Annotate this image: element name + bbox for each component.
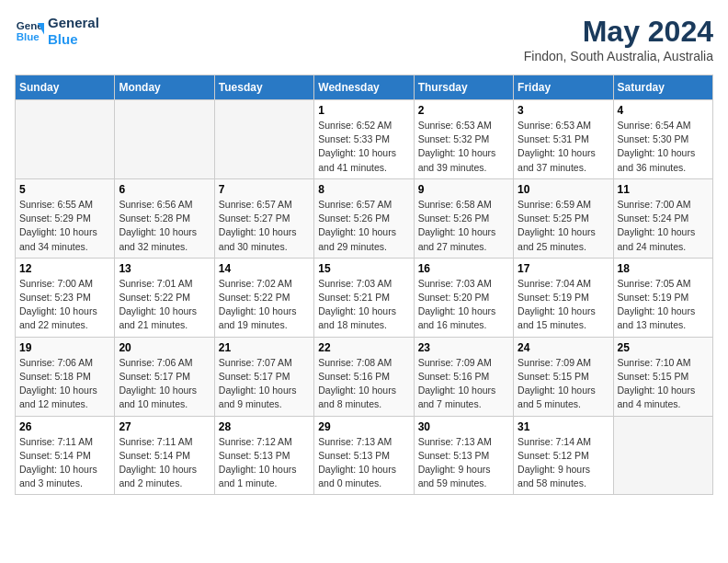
day-info: Sunrise: 6:57 AM Sunset: 5:27 PM Dayligh… <box>219 198 310 254</box>
day-number: 29 <box>318 420 409 433</box>
logo-line2: Blue <box>48 31 99 48</box>
day-info: Sunrise: 7:12 AM Sunset: 5:13 PM Dayligh… <box>219 435 310 491</box>
day-info: Sunrise: 7:13 AM Sunset: 5:13 PM Dayligh… <box>318 435 409 491</box>
calendar-week-row: 26Sunrise: 7:11 AM Sunset: 5:14 PM Dayli… <box>16 416 713 495</box>
day-info: Sunrise: 6:56 AM Sunset: 5:28 PM Dayligh… <box>119 198 210 254</box>
calendar-cell: 13Sunrise: 7:01 AM Sunset: 5:22 PM Dayli… <box>115 258 214 337</box>
calendar-cell: 14Sunrise: 7:02 AM Sunset: 5:22 PM Dayli… <box>214 258 313 337</box>
calendar-cell: 30Sunrise: 7:13 AM Sunset: 5:13 PM Dayli… <box>414 416 513 495</box>
calendar-cell: 3Sunrise: 6:53 AM Sunset: 5:31 PM Daylig… <box>514 100 613 179</box>
day-number: 30 <box>418 420 509 433</box>
day-info: Sunrise: 6:55 AM Sunset: 5:29 PM Dayligh… <box>19 198 110 254</box>
day-number: 23 <box>418 341 509 354</box>
day-info: Sunrise: 7:14 AM Sunset: 5:12 PM Dayligh… <box>518 435 609 491</box>
day-number: 19 <box>19 341 110 354</box>
day-info: Sunrise: 7:07 AM Sunset: 5:17 PM Dayligh… <box>219 356 310 412</box>
day-info: Sunrise: 6:58 AM Sunset: 5:26 PM Dayligh… <box>418 198 509 254</box>
calendar-cell: 17Sunrise: 7:04 AM Sunset: 5:19 PM Dayli… <box>514 258 613 337</box>
day-info: Sunrise: 7:05 AM Sunset: 5:19 PM Dayligh… <box>618 277 709 333</box>
day-number: 24 <box>518 341 609 354</box>
day-number: 26 <box>19 420 110 433</box>
day-number: 17 <box>518 262 609 275</box>
day-number: 12 <box>19 262 110 275</box>
calendar-cell: 25Sunrise: 7:10 AM Sunset: 5:15 PM Dayli… <box>613 337 712 416</box>
day-info: Sunrise: 7:11 AM Sunset: 5:14 PM Dayligh… <box>119 435 210 491</box>
day-number: 6 <box>119 183 210 196</box>
calendar-header-cell: Sunday <box>16 75 115 100</box>
day-info: Sunrise: 7:03 AM Sunset: 5:21 PM Dayligh… <box>318 277 409 333</box>
day-number: 21 <box>219 341 310 354</box>
calendar-cell <box>16 100 115 179</box>
day-info: Sunrise: 7:06 AM Sunset: 5:17 PM Dayligh… <box>119 356 210 412</box>
calendar-cell <box>115 100 214 179</box>
day-number: 5 <box>19 183 110 196</box>
calendar-cell: 31Sunrise: 7:14 AM Sunset: 5:12 PM Dayli… <box>514 416 613 495</box>
day-info: Sunrise: 7:02 AM Sunset: 5:22 PM Dayligh… <box>219 277 310 333</box>
calendar-week-row: 5Sunrise: 6:55 AM Sunset: 5:29 PM Daylig… <box>16 178 713 258</box>
day-info: Sunrise: 7:08 AM Sunset: 5:16 PM Dayligh… <box>318 356 409 412</box>
day-number: 4 <box>618 104 709 117</box>
day-info: Sunrise: 6:53 AM Sunset: 5:32 PM Dayligh… <box>418 119 509 175</box>
day-number: 25 <box>618 341 709 354</box>
day-number: 8 <box>318 183 409 196</box>
calendar-cell: 5Sunrise: 6:55 AM Sunset: 5:29 PM Daylig… <box>16 178 115 258</box>
calendar-header-cell: Tuesday <box>214 75 313 100</box>
calendar-cell: 12Sunrise: 7:00 AM Sunset: 5:23 PM Dayli… <box>16 258 115 337</box>
calendar-cell: 15Sunrise: 7:03 AM Sunset: 5:21 PM Dayli… <box>314 258 414 337</box>
calendar-cell <box>613 416 712 495</box>
calendar-week-row: 1Sunrise: 6:52 AM Sunset: 5:33 PM Daylig… <box>16 100 713 179</box>
day-number: 27 <box>119 420 210 433</box>
logo-icon: General Blue <box>15 17 44 46</box>
calendar-cell: 28Sunrise: 7:12 AM Sunset: 5:13 PM Dayli… <box>214 416 313 495</box>
day-number: 28 <box>219 420 310 433</box>
calendar-cell: 22Sunrise: 7:08 AM Sunset: 5:16 PM Dayli… <box>314 337 414 416</box>
calendar-header: SundayMondayTuesdayWednesdayThursdayFrid… <box>16 75 713 100</box>
day-info: Sunrise: 7:00 AM Sunset: 5:23 PM Dayligh… <box>19 277 110 333</box>
calendar-cell: 24Sunrise: 7:09 AM Sunset: 5:15 PM Dayli… <box>514 337 613 416</box>
logo: General Blue General Blue <box>15 15 99 48</box>
calendar-cell: 11Sunrise: 7:00 AM Sunset: 5:24 PM Dayli… <box>613 178 712 258</box>
calendar-cell: 4Sunrise: 6:54 AM Sunset: 5:30 PM Daylig… <box>613 100 712 179</box>
day-info: Sunrise: 7:13 AM Sunset: 5:13 PM Dayligh… <box>418 435 509 491</box>
calendar-cell: 26Sunrise: 7:11 AM Sunset: 5:14 PM Dayli… <box>16 416 115 495</box>
day-info: Sunrise: 6:57 AM Sunset: 5:26 PM Dayligh… <box>318 198 409 254</box>
day-number: 20 <box>119 341 210 354</box>
day-info: Sunrise: 7:01 AM Sunset: 5:22 PM Dayligh… <box>119 277 210 333</box>
day-info: Sunrise: 7:03 AM Sunset: 5:20 PM Dayligh… <box>418 277 509 333</box>
calendar-cell: 9Sunrise: 6:58 AM Sunset: 5:26 PM Daylig… <box>414 178 513 258</box>
day-number: 15 <box>318 262 409 275</box>
day-number: 22 <box>318 341 409 354</box>
title-block: May 2024 Findon, South Australia, Austra… <box>524 15 713 63</box>
day-number: 7 <box>219 183 310 196</box>
day-info: Sunrise: 6:59 AM Sunset: 5:25 PM Dayligh… <box>518 198 609 254</box>
calendar-header-cell: Monday <box>115 75 214 100</box>
day-number: 13 <box>119 262 210 275</box>
subtitle: Findon, South Australia, Australia <box>524 49 713 63</box>
calendar-cell: 1Sunrise: 6:52 AM Sunset: 5:33 PM Daylig… <box>314 100 414 179</box>
calendar-week-row: 19Sunrise: 7:06 AM Sunset: 5:18 PM Dayli… <box>16 337 713 416</box>
calendar-cell: 6Sunrise: 6:56 AM Sunset: 5:28 PM Daylig… <box>115 178 214 258</box>
calendar-cell <box>214 100 313 179</box>
calendar-header-cell: Friday <box>514 75 613 100</box>
day-info: Sunrise: 7:00 AM Sunset: 5:24 PM Dayligh… <box>618 198 709 254</box>
day-number: 9 <box>418 183 509 196</box>
day-info: Sunrise: 7:10 AM Sunset: 5:15 PM Dayligh… <box>618 356 709 412</box>
day-number: 10 <box>518 183 609 196</box>
day-number: 11 <box>618 183 709 196</box>
day-number: 16 <box>418 262 509 275</box>
day-number: 31 <box>518 420 609 433</box>
calendar-cell: 7Sunrise: 6:57 AM Sunset: 5:27 PM Daylig… <box>214 178 313 258</box>
day-info: Sunrise: 7:09 AM Sunset: 5:15 PM Dayligh… <box>518 356 609 412</box>
day-info: Sunrise: 7:06 AM Sunset: 5:18 PM Dayligh… <box>19 356 110 412</box>
calendar-header-cell: Wednesday <box>314 75 414 100</box>
main-title: May 2024 <box>524 15 713 49</box>
day-info: Sunrise: 6:52 AM Sunset: 5:33 PM Dayligh… <box>318 119 409 175</box>
calendar-cell: 21Sunrise: 7:07 AM Sunset: 5:17 PM Dayli… <box>214 337 313 416</box>
calendar-cell: 10Sunrise: 6:59 AM Sunset: 5:25 PM Dayli… <box>514 178 613 258</box>
calendar-cell: 23Sunrise: 7:09 AM Sunset: 5:16 PM Dayli… <box>414 337 513 416</box>
calendar-cell: 16Sunrise: 7:03 AM Sunset: 5:20 PM Dayli… <box>414 258 513 337</box>
page-header: General Blue General Blue May 2024 Findo… <box>15 15 713 63</box>
day-number: 18 <box>618 262 709 275</box>
calendar-table: SundayMondayTuesdayWednesdayThursdayFrid… <box>15 75 713 495</box>
day-number: 1 <box>318 104 409 117</box>
